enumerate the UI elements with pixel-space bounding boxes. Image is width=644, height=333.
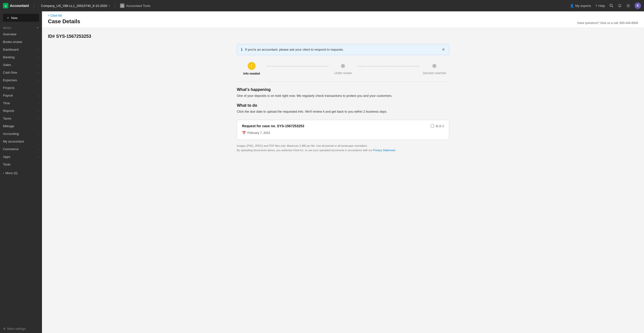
sidebar-item-time[interactable]: Time › [0,99,42,107]
stepper-line-2 [358,66,420,67]
sidebar-item-dashboard[interactable]: Dashboard › [0,46,42,53]
company-name: Company_US_OBI-LL1_20015740_8-10-2020 [41,4,107,8]
sidebar-item-more[interactable]: › More (0) [0,169,42,177]
breadcrumb[interactable]: < Case list [48,14,80,17]
svg-rect-3 [122,5,123,6]
commerce-label: Commerce [3,147,19,151]
accounting-arrow-icon: › [38,132,39,135]
calendar-icon: 📅 [242,131,246,135]
menu-settings-button[interactable]: ⚙ Menu settings [0,324,42,333]
accountant-tools-label: Accountant Tools [126,4,150,8]
menu-label: MENU [3,27,12,29]
svg-text:Q: Q [5,5,6,7]
reports-arrow-icon: › [38,109,39,112]
progress-done: 0 of 2 [436,124,444,128]
sidebar-item-reports[interactable]: Reports › [0,107,42,115]
sidebar-item-mileage[interactable]: Mileage [0,122,42,130]
company-selector[interactable]: Company_US_OBI-LL1_20015740_8-10-2020 ▾ [41,4,110,8]
sidebar-item-overview[interactable]: Overview [0,30,42,38]
dashboard-arrow-icon: › [38,48,39,51]
request-card-date[interactable]: 📅 February 7, 2024 [242,131,444,135]
logo[interactable]: Q Accountant [3,3,29,9]
menu-header: MENU ✏ [0,24,42,30]
notifications-button[interactable] [618,4,622,8]
sidebar-item-my-accountant[interactable]: My accountant [0,138,42,145]
commerce-arrow-icon: › [38,148,39,151]
progress-of-text: of 2 [438,124,444,128]
info-banner-text: If you're an accountant, please ask your… [245,48,344,51]
plus-icon: ＋ [6,16,10,20]
bell-icon [618,4,622,8]
sidebar-item-cash-flow[interactable]: Cash flow › [0,69,42,76]
sidebar-item-banking[interactable]: Banking › [0,53,42,61]
cash-flow-arrow-icon: › [38,71,39,74]
books-review-label: Books review [3,40,22,44]
sidebar-item-accounting[interactable]: Accounting › [0,130,42,138]
my-experts-button[interactable]: 👤 My experts [570,4,591,8]
more-icon: › [3,171,4,175]
page-title: Case Details [48,18,80,25]
menu-settings-label: Menu settings [7,327,26,330]
my-experts-icon: 👤 [570,4,574,8]
sidebar-item-taxes[interactable]: Taxes › [0,115,42,122]
stepper-step-1: ! Info needed [237,62,266,75]
my-accountant-label: My accountant [3,140,24,143]
expenses-label: Expenses [3,78,17,82]
sidebar: ＋ New MENU ✏ Overview Books review Dashb… [0,11,42,333]
nav-divider [34,3,34,8]
edit-icon[interactable]: ✏ [36,26,39,29]
sidebar-item-sales[interactable]: Sales › [0,61,42,69]
dashboard-label: Dashboard [3,48,19,51]
stepper-label-3: Decision reached [423,71,446,75]
stepper-circle-2 [341,64,345,68]
sidebar-item-books-review[interactable]: Books review [0,38,42,46]
stepper-line-1 [266,66,328,67]
main-layout: ＋ New MENU ✏ Overview Books review Dashb… [0,11,644,333]
stepper-label-1: Info needed [243,72,260,75]
settings-button[interactable] [626,4,630,8]
scroll-content: ID# SYS-1567253253 ℹ If you're an accoun… [42,28,644,333]
top-nav-right: 👤 My experts ? Help K [570,3,641,9]
gear-icon [626,4,630,8]
help-button[interactable]: ? Help [595,4,605,8]
banking-arrow-icon: › [38,56,39,59]
sidebar-item-commerce[interactable]: Commerce › [0,145,42,153]
expenses-arrow-icon: › [38,79,39,82]
sales-arrow-icon: › [38,64,39,67]
request-card: Request for case no. SYS-1567253253 0 of… [237,120,449,140]
whats-happening-body: One of your deposits is on hold right no… [237,93,449,98]
search-icon [610,4,614,8]
avatar[interactable]: K [634,3,641,9]
svg-point-6 [628,5,629,7]
search-button[interactable] [610,4,614,8]
sidebar-item-projects[interactable]: Projects [0,84,42,92]
payroll-arrow-icon: › [38,94,39,97]
time-label: Time [3,101,10,105]
progress-done-count: 0 [436,124,438,128]
what-to-do-heading: What to do [237,103,449,108]
accountant-tools-link[interactable]: Accountant Tools [120,4,150,8]
sidebar-item-expenses[interactable]: Expenses › [0,76,42,84]
overview-label: Overview [3,32,16,36]
new-button[interactable]: ＋ New [3,14,39,22]
reports-label: Reports [3,109,14,113]
sales-label: Sales [3,63,11,67]
what-to-do-body: Click the due date to upload the request… [237,109,449,114]
stepper-circle-1: ! [248,62,256,70]
sidebar-item-payroll[interactable]: Payroll › [0,92,42,99]
stepper-label-2: Under review [334,71,352,75]
request-card-header: Request for case no. SYS-1567253253 0 of… [242,124,444,128]
info-banner-close-button[interactable]: ✕ [442,47,445,52]
privacy-statement-link[interactable]: Privacy Statement [373,149,395,152]
sidebar-item-tools[interactable]: Tools [0,161,42,168]
help-icon: ? [595,4,597,8]
footer2-pre: By uploading documents above, you author… [237,149,373,152]
logo-icon: Q [3,3,8,9]
banking-label: Banking [3,55,14,59]
sidebar-item-apps[interactable]: Apps › [0,153,42,161]
help-label: Help [598,4,605,8]
request-card-progress: 0 of 2 [430,124,444,128]
top-nav: Q Accountant Company_US_OBI-LL1_20015740… [0,0,644,11]
logo-text: Accountant [10,4,29,8]
what-to-do-section: What to do Click the due date to upload … [237,103,449,114]
